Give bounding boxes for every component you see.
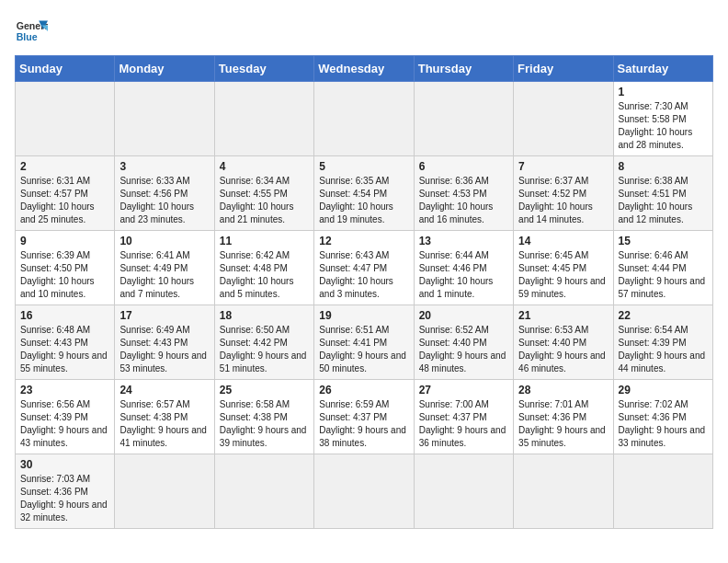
day-cell: 22Sunrise: 6:54 AM Sunset: 4:39 PM Dayli… [613, 305, 712, 380]
day-info: Sunrise: 6:34 AM Sunset: 4:55 PM Dayligh… [220, 175, 309, 226]
day-cell [514, 454, 613, 529]
day-cell: 17Sunrise: 6:49 AM Sunset: 4:43 PM Dayli… [115, 305, 214, 380]
day-info: Sunrise: 6:42 AM Sunset: 4:48 PM Dayligh… [220, 249, 309, 301]
day-cell: 25Sunrise: 6:58 AM Sunset: 4:38 PM Dayli… [214, 380, 313, 454]
day-cell: 2Sunrise: 6:31 AM Sunset: 4:57 PM Daylig… [16, 156, 115, 231]
day-cell: 21Sunrise: 6:53 AM Sunset: 4:40 PM Dayli… [514, 305, 613, 380]
day-cell [314, 454, 414, 529]
day-cell: 10Sunrise: 6:41 AM Sunset: 4:49 PM Dayli… [115, 231, 214, 305]
week-row-6: 30Sunrise: 7:03 AM Sunset: 4:36 PM Dayli… [16, 454, 713, 529]
logo: General Blue [15, 15, 48, 48]
day-info: Sunrise: 6:56 AM Sunset: 4:39 PM Dayligh… [20, 398, 109, 450]
day-cell: 6Sunrise: 6:36 AM Sunset: 4:53 PM Daylig… [414, 156, 513, 231]
day-cell [414, 82, 513, 156]
column-header-saturday: Saturday [613, 56, 712, 82]
week-row-5: 23Sunrise: 6:56 AM Sunset: 4:39 PM Dayli… [16, 380, 713, 454]
day-cell [514, 82, 613, 156]
day-cell [214, 454, 313, 529]
day-number: 3 [119, 160, 209, 173]
day-cell: 8Sunrise: 6:38 AM Sunset: 4:51 PM Daylig… [613, 156, 712, 231]
day-number: 8 [619, 160, 708, 173]
day-cell: 7Sunrise: 6:37 AM Sunset: 4:52 PM Daylig… [514, 156, 613, 231]
day-number: 17 [119, 309, 209, 322]
day-cell: 30Sunrise: 7:03 AM Sunset: 4:36 PM Dayli… [16, 454, 115, 529]
day-cell [115, 454, 214, 529]
day-info: Sunrise: 6:52 AM Sunset: 4:40 PM Dayligh… [419, 324, 508, 375]
day-cell: 11Sunrise: 6:42 AM Sunset: 4:48 PM Dayli… [214, 231, 313, 305]
column-header-sunday: Sunday [16, 56, 115, 82]
day-cell: 3Sunrise: 6:33 AM Sunset: 4:56 PM Daylig… [115, 156, 214, 231]
day-cell: 9Sunrise: 6:39 AM Sunset: 4:50 PM Daylig… [16, 231, 115, 305]
day-cell: 23Sunrise: 6:56 AM Sunset: 4:39 PM Dayli… [16, 380, 115, 454]
day-number: 27 [419, 384, 508, 396]
day-info: Sunrise: 6:54 AM Sunset: 4:39 PM Dayligh… [619, 324, 708, 375]
day-number: 10 [119, 235, 209, 247]
day-cell: 20Sunrise: 6:52 AM Sunset: 4:40 PM Dayli… [414, 305, 513, 380]
day-cell [115, 82, 214, 156]
day-cell: 24Sunrise: 6:57 AM Sunset: 4:38 PM Dayli… [115, 380, 214, 454]
day-number: 30 [20, 458, 109, 471]
day-number: 24 [119, 384, 209, 396]
day-cell: 19Sunrise: 6:51 AM Sunset: 4:41 PM Dayli… [314, 305, 414, 380]
day-info: Sunrise: 6:58 AM Sunset: 4:38 PM Dayligh… [220, 398, 309, 450]
day-info: Sunrise: 6:38 AM Sunset: 4:51 PM Dayligh… [619, 175, 708, 226]
day-number: 29 [619, 384, 708, 396]
day-number: 2 [20, 160, 109, 173]
day-info: Sunrise: 6:44 AM Sunset: 4:46 PM Dayligh… [419, 249, 508, 301]
day-cell: 27Sunrise: 7:00 AM Sunset: 4:37 PM Dayli… [414, 380, 513, 454]
day-number: 14 [518, 235, 608, 247]
day-info: Sunrise: 6:50 AM Sunset: 4:42 PM Dayligh… [220, 324, 309, 375]
day-info: Sunrise: 6:43 AM Sunset: 4:47 PM Dayligh… [319, 249, 408, 301]
day-cell [16, 82, 115, 156]
day-info: Sunrise: 6:36 AM Sunset: 4:53 PM Dayligh… [419, 175, 508, 226]
day-info: Sunrise: 6:51 AM Sunset: 4:41 PM Dayligh… [319, 324, 408, 375]
column-header-monday: Monday [115, 56, 214, 82]
column-header-thursday: Thursday [414, 56, 513, 82]
day-number: 21 [518, 309, 608, 322]
day-cell: 18Sunrise: 6:50 AM Sunset: 4:42 PM Dayli… [214, 305, 313, 380]
day-cell: 15Sunrise: 6:46 AM Sunset: 4:44 PM Dayli… [613, 231, 712, 305]
day-number: 6 [419, 160, 508, 173]
day-info: Sunrise: 6:41 AM Sunset: 4:49 PM Dayligh… [119, 249, 209, 301]
day-number: 18 [220, 309, 309, 322]
column-header-tuesday: Tuesday [214, 56, 313, 82]
week-row-3: 9Sunrise: 6:39 AM Sunset: 4:50 PM Daylig… [16, 231, 713, 305]
day-number: 28 [518, 384, 608, 396]
day-number: 16 [20, 309, 109, 322]
column-header-friday: Friday [514, 56, 613, 82]
day-number: 25 [220, 384, 309, 396]
day-info: Sunrise: 6:45 AM Sunset: 4:45 PM Dayligh… [518, 249, 608, 301]
day-info: Sunrise: 6:31 AM Sunset: 4:57 PM Dayligh… [20, 175, 109, 226]
week-row-1: 1Sunrise: 7:30 AM Sunset: 5:58 PM Daylig… [16, 82, 713, 156]
day-number: 19 [319, 309, 408, 322]
svg-text:Blue: Blue [17, 31, 38, 42]
week-row-4: 16Sunrise: 6:48 AM Sunset: 4:43 PM Dayli… [16, 305, 713, 380]
week-row-2: 2Sunrise: 6:31 AM Sunset: 4:57 PM Daylig… [16, 156, 713, 231]
page-header: General Blue [15, 15, 713, 48]
day-number: 15 [619, 235, 708, 247]
day-number: 20 [419, 309, 508, 322]
day-info: Sunrise: 6:53 AM Sunset: 4:40 PM Dayligh… [518, 324, 608, 375]
day-cell: 14Sunrise: 6:45 AM Sunset: 4:45 PM Dayli… [514, 231, 613, 305]
header-row: SundayMondayTuesdayWednesdayThursdayFrid… [16, 56, 713, 82]
day-number: 26 [319, 384, 408, 396]
day-info: Sunrise: 6:48 AM Sunset: 4:43 PM Dayligh… [20, 324, 109, 375]
day-number: 5 [319, 160, 408, 173]
day-number: 1 [619, 86, 708, 98]
day-number: 22 [619, 309, 708, 322]
day-number: 13 [419, 235, 508, 247]
day-number: 23 [20, 384, 109, 396]
day-cell [414, 454, 513, 529]
day-cell: 12Sunrise: 6:43 AM Sunset: 4:47 PM Dayli… [314, 231, 414, 305]
logo-icon: General Blue [15, 15, 48, 48]
day-number: 12 [319, 235, 408, 247]
calendar-table: SundayMondayTuesdayWednesdayThursdayFrid… [15, 55, 713, 529]
day-info: Sunrise: 6:46 AM Sunset: 4:44 PM Dayligh… [619, 249, 708, 301]
day-cell: 4Sunrise: 6:34 AM Sunset: 4:55 PM Daylig… [214, 156, 313, 231]
day-info: Sunrise: 7:30 AM Sunset: 5:58 PM Dayligh… [619, 100, 708, 152]
day-info: Sunrise: 7:03 AM Sunset: 4:36 PM Dayligh… [20, 473, 109, 524]
day-info: Sunrise: 6:33 AM Sunset: 4:56 PM Dayligh… [119, 175, 209, 226]
day-number: 9 [20, 235, 109, 247]
day-number: 4 [220, 160, 309, 173]
day-info: Sunrise: 6:57 AM Sunset: 4:38 PM Dayligh… [119, 398, 209, 450]
